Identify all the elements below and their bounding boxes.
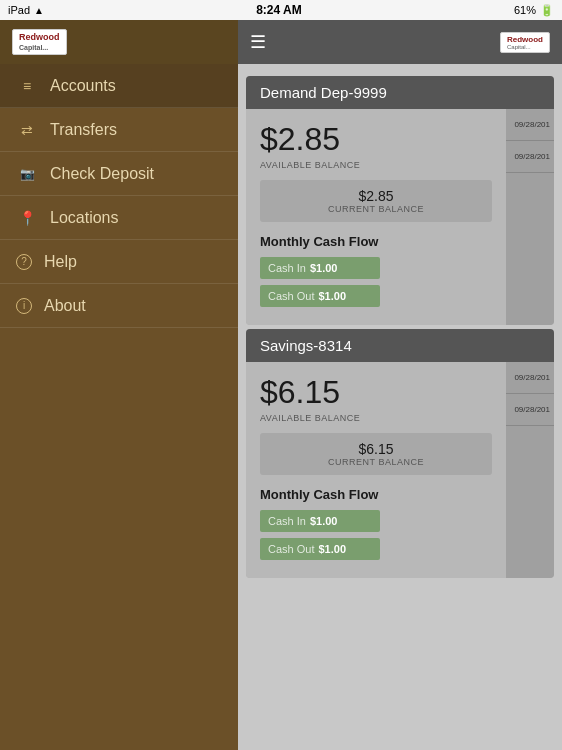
account-header-savings[interactable]: Savings-8314 — [246, 329, 554, 362]
cash-in-fill-savings: Cash In $1.00 — [260, 510, 380, 532]
cash-out-bar-demand: Cash Out $1.00 — [260, 285, 492, 307]
sidebar-item-label: Check Deposit — [50, 165, 154, 183]
account-card-demand: Demand Dep-9999 $2.85 AVAILABLE BALANCE … — [246, 76, 554, 325]
transaction-item[interactable]: 09/28/201 — [506, 362, 554, 394]
cash-flow-title-demand: Monthly Cash Flow — [260, 234, 492, 249]
locations-icon: 📍 — [16, 210, 38, 226]
available-balance-label-savings: AVAILABLE BALANCE — [260, 413, 492, 423]
sidebar-item-accounts[interactable]: ≡ Accounts — [0, 64, 238, 108]
cash-in-fill-demand: Cash In $1.00 — [260, 257, 380, 279]
sidebar-item-about[interactable]: i About — [0, 284, 238, 328]
cash-out-fill-demand: Cash Out $1.00 — [260, 285, 380, 307]
top-bar: ☰ Redwood Capital... — [238, 20, 562, 64]
status-right: 61% 🔋 — [514, 4, 554, 17]
current-balance-box-demand: $2.85 CURRENT BALANCE — [260, 180, 492, 222]
cash-in-label-demand: Cash In — [268, 262, 306, 274]
top-logo: Redwood Capital... — [500, 32, 550, 53]
sidebar-item-check-deposit[interactable]: 📷 Check Deposit — [0, 152, 238, 196]
cash-out-label-savings: Cash Out — [268, 543, 314, 555]
main-panel: ☰ Redwood Capital... Demand Dep-9999 $2.… — [238, 20, 562, 750]
trans-date: 09/28/201 — [514, 373, 550, 382]
account-header-demand[interactable]: Demand Dep-9999 — [246, 76, 554, 109]
sidebar-logo: Redwood Capital... — [12, 29, 67, 56]
cash-flow-title-savings: Monthly Cash Flow — [260, 487, 492, 502]
side-transactions-savings: 09/28/201 09/28/201 — [506, 362, 554, 578]
account-name-savings: Savings-8314 — [260, 337, 352, 354]
check-deposit-icon: 📷 — [16, 167, 38, 181]
content-scroll[interactable]: Demand Dep-9999 $2.85 AVAILABLE BALANCE … — [238, 64, 562, 750]
transaction-item[interactable]: 09/28/201 — [506, 109, 554, 141]
account-name-demand: Demand Dep-9999 — [260, 84, 387, 101]
cash-in-bar-savings: Cash In $1.00 — [260, 510, 492, 532]
sidebar: Redwood Capital... ≡ Accounts ⇄ Transfer… — [0, 20, 238, 750]
cash-in-value-savings: $1.00 — [310, 515, 338, 527]
cash-out-fill-savings: Cash Out $1.00 — [260, 538, 380, 560]
top-logo-bottom: Capital... — [507, 44, 543, 50]
sidebar-item-label: Locations — [50, 209, 119, 227]
wifi-icon: ▲ — [34, 5, 44, 16]
cash-out-value-demand: $1.00 — [318, 290, 346, 302]
accounts-icon: ≡ — [16, 78, 38, 94]
cash-out-label-demand: Cash Out — [268, 290, 314, 302]
trans-date: 09/28/201 — [514, 120, 550, 129]
battery-icon: 🔋 — [540, 4, 554, 17]
trans-date: 09/28/201 — [514, 405, 550, 414]
status-time: 8:24 AM — [256, 3, 302, 17]
account-body-savings: $6.15 AVAILABLE BALANCE $6.15 CURRENT BA… — [246, 362, 554, 578]
sidebar-item-label: Accounts — [50, 77, 116, 95]
current-balance-box-savings: $6.15 CURRENT BALANCE — [260, 433, 492, 475]
sidebar-item-transfers[interactable]: ⇄ Transfers — [0, 108, 238, 152]
available-balance-amount-demand: $2.85 — [260, 121, 492, 158]
side-transactions-demand: 09/28/201 09/28/201 — [506, 109, 554, 325]
status-bar: iPad ▲ 8:24 AM 61% 🔋 — [0, 0, 562, 20]
cash-out-bar-savings: Cash Out $1.00 — [260, 538, 492, 560]
sidebar-item-help[interactable]: ? Help — [0, 240, 238, 284]
sidebar-item-label: About — [44, 297, 86, 315]
cash-in-bar-demand: Cash In $1.00 — [260, 257, 492, 279]
hamburger-icon[interactable]: ☰ — [250, 33, 266, 51]
available-balance-amount-savings: $6.15 — [260, 374, 492, 411]
transaction-item[interactable]: 09/28/201 — [506, 394, 554, 426]
carrier-label: iPad — [8, 4, 30, 16]
sidebar-item-locations[interactable]: 📍 Locations — [0, 196, 238, 240]
sidebar-item-label: Transfers — [50, 121, 117, 139]
account-main-demand: $2.85 AVAILABLE BALANCE $2.85 CURRENT BA… — [246, 109, 506, 325]
account-body-demand: $2.85 AVAILABLE BALANCE $2.85 CURRENT BA… — [246, 109, 554, 325]
about-icon: i — [16, 298, 32, 314]
trans-date: 09/28/201 — [514, 152, 550, 161]
account-card-savings: Savings-8314 $6.15 AVAILABLE BALANCE $6.… — [246, 329, 554, 578]
cash-in-value-demand: $1.00 — [310, 262, 338, 274]
transfers-icon: ⇄ — [16, 122, 38, 138]
account-main-savings: $6.15 AVAILABLE BALANCE $6.15 CURRENT BA… — [246, 362, 506, 578]
sidebar-logo-area: Redwood Capital... — [0, 20, 238, 64]
app-body: Redwood Capital... ≡ Accounts ⇄ Transfer… — [0, 20, 562, 750]
sidebar-nav: ≡ Accounts ⇄ Transfers 📷 Check Deposit 📍… — [0, 64, 238, 750]
top-logo-top: Redwood — [507, 35, 543, 44]
logo-top: Redwood — [19, 32, 60, 44]
sidebar-item-label: Help — [44, 253, 77, 271]
status-left: iPad ▲ — [8, 4, 44, 16]
battery-label: 61% — [514, 4, 536, 16]
current-balance-label-demand: CURRENT BALANCE — [272, 204, 480, 214]
logo-bottom: Capital... — [19, 43, 60, 52]
cash-in-label-savings: Cash In — [268, 515, 306, 527]
current-balance-amount-savings: $6.15 — [272, 441, 480, 457]
cash-out-value-savings: $1.00 — [318, 543, 346, 555]
help-icon: ? — [16, 254, 32, 270]
current-balance-amount-demand: $2.85 — [272, 188, 480, 204]
transaction-item[interactable]: 09/28/201 — [506, 141, 554, 173]
available-balance-label-demand: AVAILABLE BALANCE — [260, 160, 492, 170]
current-balance-label-savings: CURRENT BALANCE — [272, 457, 480, 467]
